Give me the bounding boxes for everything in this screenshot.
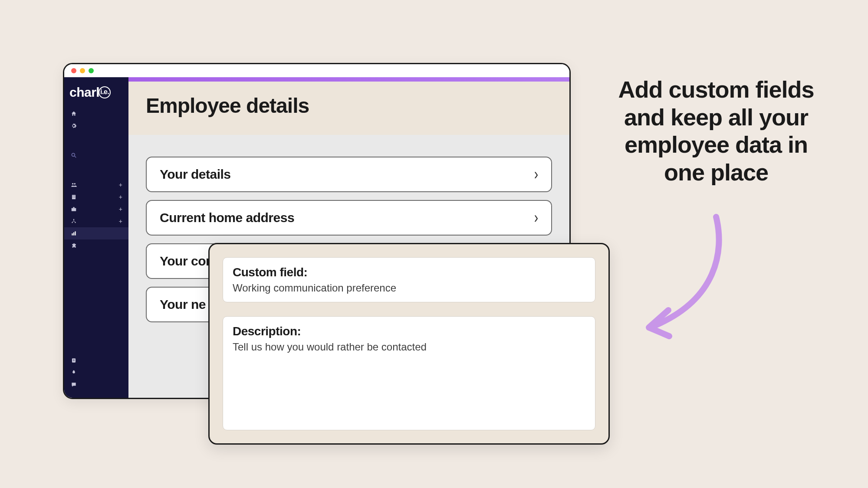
accordion-your-details[interactable]: Your details ›	[146, 157, 552, 192]
home-icon	[70, 110, 77, 117]
sidebar-item-org[interactable]: +	[64, 215, 128, 227]
svg-point-2	[72, 183, 74, 185]
puzzle-icon	[70, 242, 77, 249]
chevron-right-icon: ›	[534, 165, 538, 183]
logo-text: charl	[69, 85, 99, 100]
barchart-icon	[70, 230, 77, 237]
svg-point-11	[72, 222, 72, 223]
people-icon	[70, 181, 77, 188]
description-value: Tell us how you would rather be contacte…	[233, 341, 585, 353]
sidebar-item-people[interactable]: +	[64, 179, 128, 191]
svg-rect-15	[75, 231, 76, 235]
svg-rect-16	[72, 358, 76, 362]
help-icon	[70, 357, 77, 364]
gear-icon	[70, 122, 77, 129]
sidebar-item-reports[interactable]	[64, 227, 128, 239]
svg-rect-5	[73, 196, 73, 196]
sidebar: charli.e.	[64, 77, 128, 398]
building-icon	[70, 193, 77, 200]
sidebar-item-jobs[interactable]: +	[64, 203, 128, 215]
sidebar-item-help[interactable]	[64, 354, 128, 367]
svg-point-12	[75, 222, 76, 223]
tree-icon	[70, 218, 77, 225]
close-window-icon[interactable]	[71, 68, 76, 73]
sidebar-item-integrations[interactable]	[64, 239, 128, 252]
arrow-icon	[638, 213, 729, 343]
svg-rect-4	[72, 195, 76, 199]
chevron-right-icon: ›	[534, 209, 538, 227]
accordion-label: Your details	[160, 167, 230, 182]
sidebar-item-settings[interactable]	[64, 120, 128, 132]
accordion-label: Your ne	[160, 297, 206, 312]
svg-point-3	[74, 183, 76, 185]
maximize-window-icon[interactable]	[89, 68, 94, 73]
sidebar-item-search[interactable]	[64, 149, 128, 161]
svg-rect-14	[73, 233, 74, 236]
svg-rect-13	[72, 233, 72, 236]
svg-rect-8	[74, 197, 75, 197]
accordion-label: Current home address	[160, 210, 294, 225]
app-logo: charli.e.	[64, 82, 128, 108]
plus-icon: +	[119, 193, 122, 200]
svg-point-0	[72, 153, 75, 156]
custom-field-label: Custom field:	[233, 265, 585, 279]
custom-field-popup: Custom field: Working communication pref…	[208, 243, 610, 445]
plus-icon: +	[119, 181, 122, 188]
plus-icon: +	[119, 218, 122, 225]
comment-icon	[70, 381, 77, 388]
minimize-window-icon[interactable]	[80, 68, 85, 73]
rocket-icon	[70, 369, 77, 376]
plus-icon: +	[119, 206, 122, 213]
svg-point-10	[73, 219, 74, 220]
sidebar-item-feedback[interactable]	[64, 379, 128, 391]
marketing-headline: Add custom fields and keep all your empl…	[603, 76, 829, 187]
svg-rect-9	[72, 208, 76, 211]
description-section: Description: Tell us how you would rathe…	[223, 316, 595, 430]
description-label: Description:	[233, 324, 585, 338]
window-titlebar	[64, 64, 569, 77]
briefcase-icon	[70, 206, 77, 213]
accordion-home-address[interactable]: Current home address ›	[146, 200, 552, 236]
svg-rect-6	[74, 196, 75, 196]
svg-line-1	[75, 156, 76, 158]
sidebar-item-home[interactable]	[64, 108, 128, 120]
svg-rect-7	[73, 197, 73, 197]
accent-bar	[128, 77, 569, 82]
logo-badge: i.e.	[99, 86, 111, 98]
search-icon	[70, 152, 77, 159]
custom-field-value: Working communication preference	[233, 282, 585, 294]
page-title: Employee details	[146, 94, 552, 118]
sidebar-item-company[interactable]: +	[64, 191, 128, 203]
custom-field-section: Custom field: Working communication pref…	[223, 257, 595, 302]
content-header: Employee details	[128, 82, 569, 135]
sidebar-item-launch[interactable]	[64, 367, 128, 379]
